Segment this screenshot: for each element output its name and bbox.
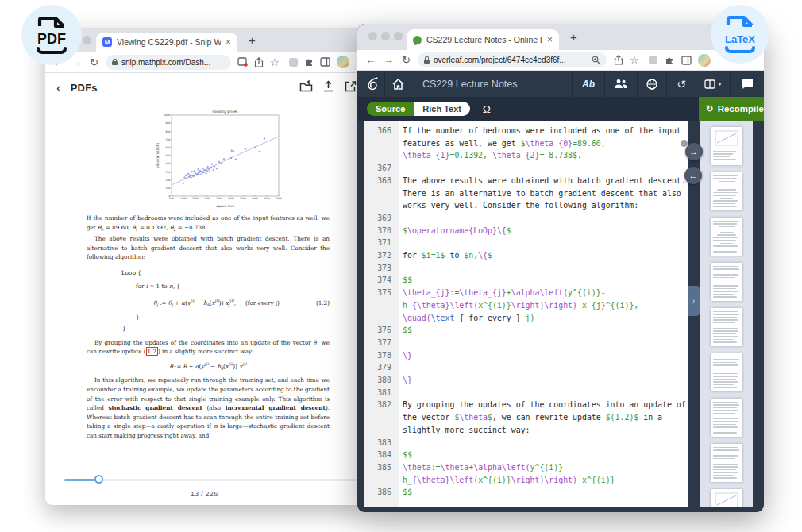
code-line-text[interactable]: \} bbox=[399, 374, 688, 387]
pdf-page-thumbnail[interactable] bbox=[711, 353, 742, 391]
code-line-text[interactable] bbox=[399, 212, 688, 225]
mode-source-button[interactable]: Source bbox=[367, 102, 414, 116]
code-line-text[interactable]: \theta_{j}:=\theta_{j}+\alpha\left(y^{(i… bbox=[399, 287, 688, 324]
code-line[interactable]: 377 bbox=[364, 337, 688, 349]
code-line[interactable]: 372for $i=1$ to $n,\{$ bbox=[364, 249, 688, 262]
extensions-puzzle-icon[interactable] bbox=[665, 56, 674, 65]
code-line[interactable]: 370$\operatorname{LoOp}\{$ bbox=[364, 225, 688, 237]
forward-icon[interactable]: → bbox=[384, 54, 394, 66]
pdf-page-thumbnail[interactable] bbox=[711, 308, 742, 346]
code-line[interactable]: 375\theta_{j}:=\theta_{j}+\alpha\left(y^… bbox=[364, 287, 688, 324]
code-line[interactable]: 383 bbox=[364, 437, 688, 449]
code-line-text[interactable]: The above results were obtained with bat… bbox=[399, 175, 688, 212]
pdf-page-thumbnail[interactable] bbox=[711, 172, 742, 210]
code-line[interactable]: 382By grouping the updates of the coordi… bbox=[364, 399, 688, 436]
symbol-palette-omega-icon[interactable]: Ω bbox=[483, 103, 491, 115]
pdf-preview-thumbnails[interactable] bbox=[700, 121, 753, 507]
reload-icon[interactable]: ↻ bbox=[402, 54, 411, 66]
code-line[interactable]: 374$$ bbox=[364, 274, 688, 287]
code-line-text[interactable]: \} bbox=[399, 349, 688, 362]
pdf-page-thumbnail[interactable] bbox=[711, 399, 742, 437]
code-line-text[interactable]: If the number of bedrooms were included … bbox=[399, 125, 688, 162]
code-line-text[interactable] bbox=[399, 437, 688, 449]
traffic-light-close-icon[interactable] bbox=[368, 32, 377, 40]
project-title[interactable]: CS229 Lecture Notes bbox=[422, 79, 518, 90]
recompile-button[interactable]: ↻ Recompile bbox=[699, 97, 764, 121]
share-icon[interactable] bbox=[254, 57, 264, 67]
tab-overleaf[interactable]: CS229 Lecture Notes - Online L × bbox=[407, 29, 559, 50]
code-line[interactable]: 376$$ bbox=[364, 324, 688, 337]
profile-avatar[interactable] bbox=[698, 54, 711, 67]
code-line-text[interactable]: By grouping the updates of the coordinat… bbox=[399, 399, 688, 436]
latex-source-editor[interactable]: 366If the number of bedrooms were includ… bbox=[364, 121, 688, 507]
forward-icon[interactable]: → bbox=[71, 56, 82, 68]
code-line[interactable]: 380\} bbox=[364, 374, 688, 387]
jump-back-button[interactable]: ← bbox=[684, 167, 702, 184]
code-line[interactable]: 366If the number of bedrooms were includ… bbox=[364, 125, 688, 162]
address-bar[interactable]: snip.mathpix.com/Dash... bbox=[106, 55, 231, 70]
expand-panel-chevron[interactable]: › bbox=[688, 286, 700, 316]
code-line-text[interactable]: $$ bbox=[399, 449, 688, 461]
side-panel-icon[interactable] bbox=[681, 56, 692, 65]
equation-ref-link[interactable]: 1.2 bbox=[146, 347, 158, 356]
code-line[interactable]: 367 bbox=[364, 162, 688, 175]
traffic-light-minimize-icon[interactable] bbox=[381, 32, 390, 40]
extension-snip-icon[interactable] bbox=[649, 56, 657, 64]
code-line-text[interactable] bbox=[399, 162, 688, 175]
code-line-text[interactable]: $\operatorname{LoOp}\{$ bbox=[399, 225, 688, 237]
code-line[interactable]: 384$$ bbox=[364, 449, 688, 461]
pdf-page-thumbnail[interactable] bbox=[711, 444, 742, 482]
page-slider-handle[interactable] bbox=[94, 475, 103, 484]
tab-close-icon[interactable]: × bbox=[547, 34, 553, 45]
code-line-text[interactable]: for $i=1$ to $n,\{$ bbox=[399, 249, 688, 262]
side-panel-icon[interactable] bbox=[320, 57, 330, 67]
overleaf-logo-icon[interactable] bbox=[361, 71, 384, 97]
spellcheck-icon[interactable]: Ab bbox=[573, 71, 604, 97]
bookmark-star-icon[interactable]: ☆ bbox=[630, 54, 639, 66]
move-to-folder-icon[interactable] bbox=[299, 80, 313, 96]
code-line-text[interactable] bbox=[399, 361, 688, 374]
address-bar[interactable]: overleaf.com/project/6474cc4ed3f6f... bbox=[418, 52, 607, 67]
history-icon[interactable]: ↺ bbox=[667, 71, 696, 97]
new-tab-button[interactable]: + bbox=[249, 33, 256, 47]
profile-avatar[interactable] bbox=[337, 56, 349, 68]
code-line[interactable]: 379 bbox=[364, 361, 688, 374]
mode-rich-text-button[interactable]: Rich Text bbox=[414, 102, 470, 116]
pdf-page-thumbnail[interactable] bbox=[711, 489, 742, 507]
pdf-page-thumbnail[interactable] bbox=[711, 218, 742, 256]
chat-icon[interactable] bbox=[731, 71, 764, 97]
code-line[interactable]: 386$$ bbox=[364, 486, 688, 499]
bookmark-star-icon[interactable]: ☆ bbox=[270, 56, 280, 68]
zoom-in-page-icon[interactable] bbox=[592, 53, 600, 67]
pdfs-breadcrumb[interactable]: PDFs bbox=[71, 82, 98, 94]
share-people-icon[interactable] bbox=[605, 71, 637, 97]
code-line[interactable]: 369 bbox=[364, 212, 688, 225]
pdf-page-view[interactable]: housing pricessquare feetprice (in $1000… bbox=[45, 102, 363, 461]
publish-globe-icon[interactable] bbox=[638, 71, 666, 97]
traffic-light-zoom-icon[interactable] bbox=[83, 36, 91, 44]
home-icon[interactable] bbox=[385, 71, 411, 97]
bookmark-card-icon[interactable] bbox=[237, 57, 248, 67]
extensions-puzzle-icon[interactable] bbox=[304, 57, 314, 67]
traffic-light-zoom-icon[interactable] bbox=[394, 32, 403, 40]
upload-icon[interactable] bbox=[322, 80, 334, 96]
back-to-pdfs-chevron-icon[interactable]: ‹ bbox=[56, 80, 61, 96]
reload-icon[interactable]: ↻ bbox=[90, 56, 98, 68]
share-icon[interactable] bbox=[614, 55, 623, 65]
tab-close-icon[interactable]: × bbox=[226, 37, 231, 48]
jump-forward-button[interactable]: → bbox=[685, 143, 703, 160]
code-line-text[interactable] bbox=[399, 337, 688, 349]
code-line[interactable]: 381 bbox=[364, 387, 688, 399]
back-icon[interactable]: ← bbox=[365, 54, 376, 66]
export-icon[interactable] bbox=[344, 80, 357, 96]
code-line-text[interactable] bbox=[399, 387, 688, 399]
pdf-page-thumbnail[interactable] bbox=[711, 263, 742, 301]
page-slider[interactable] bbox=[64, 479, 360, 481]
code-line-text[interactable]: $$ bbox=[399, 274, 688, 287]
code-line[interactable]: 373 bbox=[364, 262, 688, 275]
code-line[interactable]: 368The above results were obtained with … bbox=[364, 175, 688, 212]
code-line[interactable]: 385\theta:=\theta+\alpha\left(y^{(i)}-h_… bbox=[364, 461, 688, 486]
new-tab-button[interactable]: + bbox=[570, 30, 577, 44]
pdf-page-thumbnail[interactable] bbox=[711, 127, 742, 165]
tab-snip-pdf[interactable]: M Viewing CS229.pdf - Snip Web × bbox=[96, 33, 237, 52]
